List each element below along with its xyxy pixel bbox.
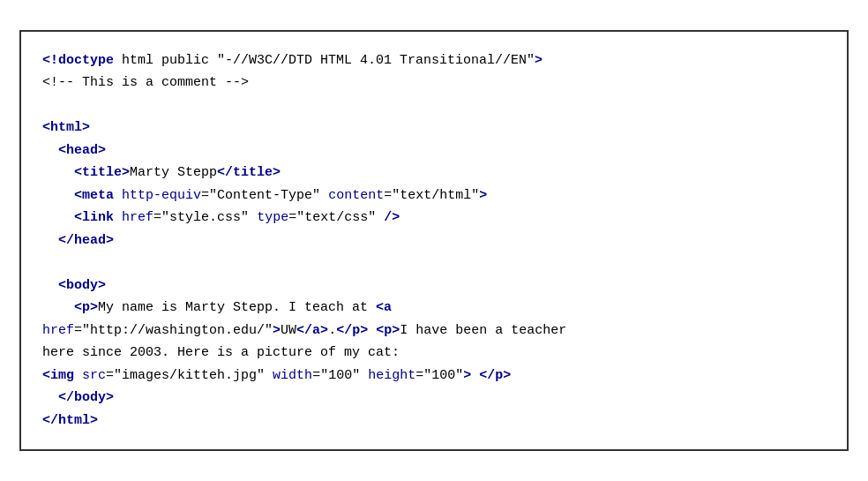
code-line-1: <!doctype html public "-//W3C//DTD HTML … [42, 49, 826, 72]
code-display: <!doctype html public "-//W3C//DTD HTML … [19, 30, 849, 452]
code-line-3 [42, 94, 826, 117]
code-line-7: <meta http-equiv="Content-Type" content=… [42, 184, 826, 207]
code-line-11: <body> [42, 274, 826, 297]
code-line-2: <!-- This is a comment --> [42, 71, 826, 94]
code-line-13: href="http://washington.edu/">UW</a>.</p… [42, 319, 826, 342]
code-line-17: </html> [42, 410, 826, 432]
code-line-16: </body> [42, 387, 826, 410]
code-line-9: </head> [42, 229, 826, 252]
code-line-12: <p>My name is Marty Stepp. I teach at <a [42, 297, 826, 319]
code-line-15: <img src="images/kitteh.jpg" width="100"… [42, 365, 826, 387]
code-line-6: <title>Marty Stepp</title> [42, 162, 826, 184]
code-line-8: <link href="style.css" type="text/css" /… [42, 207, 826, 229]
code-line-5: <head> [42, 139, 826, 162]
code-line-4: <html> [42, 116, 826, 139]
code-line-14: here since 2003. Here is a picture of my… [42, 342, 826, 365]
code-line-10 [42, 252, 826, 274]
